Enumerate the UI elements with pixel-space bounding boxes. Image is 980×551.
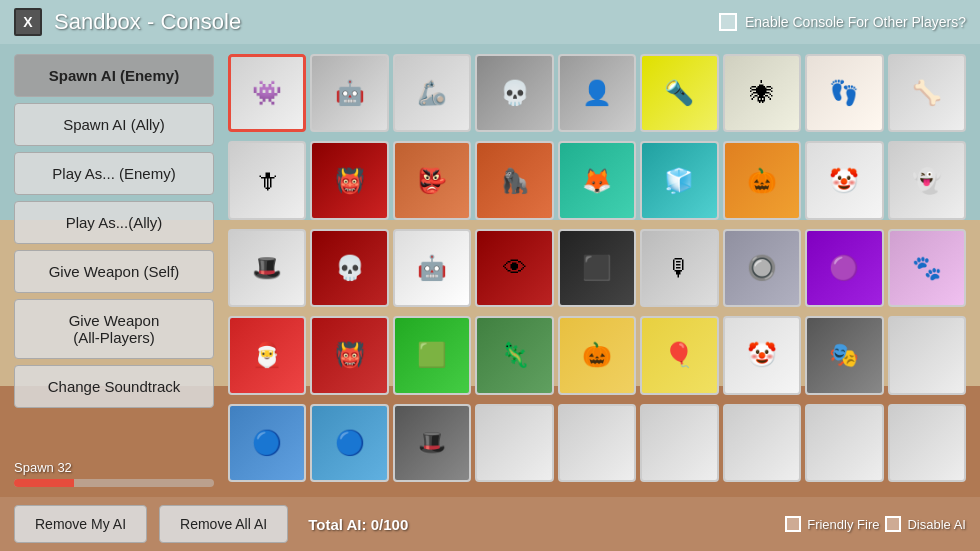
grid-cell[interactable]: 🎙	[640, 229, 718, 307]
progress-bar	[14, 479, 214, 487]
spawn-label: Spawn 32	[14, 460, 214, 475]
enable-console-checkbox[interactable]	[719, 13, 737, 31]
grid-cell[interactable]: 🔵	[310, 404, 388, 482]
sidebar-btn-play-ally[interactable]: Play As...(Ally)	[14, 201, 214, 244]
grid-cell[interactable]: 🔘	[723, 229, 801, 307]
sidebar-btn-play-enemy[interactable]: Play As... (Enemy)	[14, 152, 214, 195]
grid-cell[interactable]	[888, 404, 966, 482]
enable-console-label: Enable Console For Other Players?	[745, 14, 966, 30]
grid-cell[interactable]: 🟣	[805, 229, 883, 307]
grid-cell[interactable]	[888, 316, 966, 394]
window-title: Sandbox - Console	[54, 9, 241, 35]
grid-cell[interactable]: 🔵	[228, 404, 306, 482]
disable-ai-label: Disable AI	[907, 517, 966, 532]
sidebar: Spawn AI (Enemy) Spawn AI (Ally) Play As…	[14, 54, 214, 487]
total-ai-display: Total AI: 0/100	[308, 516, 408, 533]
grid-cell[interactable]: 💀	[310, 229, 388, 307]
sidebar-bottom: Spawn 32	[14, 460, 214, 487]
grid-cell[interactable]: ⬛	[558, 229, 636, 307]
grid-cell[interactable]: 🤖	[310, 54, 388, 132]
grid-cell[interactable]: 🤡	[723, 316, 801, 394]
grid-cell[interactable]: 🎩	[228, 229, 306, 307]
console-panel: X Sandbox - Console Enable Console For O…	[0, 0, 980, 551]
sidebar-btn-spawn-enemy[interactable]: Spawn AI (Enemy)	[14, 54, 214, 97]
friendly-fire-checkbox[interactable]	[785, 516, 801, 532]
sidebar-btn-spawn-ally[interactable]: Spawn AI (Ally)	[14, 103, 214, 146]
grid-cell[interactable]: 👹	[310, 316, 388, 394]
grid-cell[interactable]: 🎩	[393, 404, 471, 482]
grid-area: 👾🤖🦾💀👤🔦🕷👣🦴🗡👹👺🦍🦊🧊🎃🤡👻🎩💀🤖👁⬛🎙🔘🟣🐾🎅👹🟩🦎🎃🎈🤡🎭🔵🔵🎩	[228, 54, 966, 487]
grid-cell[interactable]: 🟩	[393, 316, 471, 394]
bottom-bar: Remove My AI Remove All AI Total AI: 0/1…	[0, 497, 980, 551]
grid-cell[interactable]: 🐾	[888, 229, 966, 307]
sidebar-btn-soundtrack[interactable]: Change Soundtrack	[14, 365, 214, 408]
remove-all-ai-button[interactable]: Remove All AI	[159, 505, 288, 543]
grid-cell[interactable]	[723, 404, 801, 482]
grid-cell[interactable]: 🎈	[640, 316, 718, 394]
disable-ai-checkbox[interactable]	[885, 516, 901, 532]
grid-cell[interactable]: 👁	[475, 229, 553, 307]
close-button[interactable]: X	[14, 8, 42, 36]
grid-cell[interactable]: 🔦	[640, 54, 718, 132]
friendly-fire-option: Friendly Fire Disable AI	[785, 516, 966, 532]
grid-cell[interactable]: 🦊	[558, 141, 636, 219]
grid-cell[interactable]: 🎭	[805, 316, 883, 394]
sidebar-btn-give-all[interactable]: Give Weapon(All-Players)	[14, 299, 214, 359]
grid-cell[interactable]	[640, 404, 718, 482]
grid-cell[interactable]	[805, 404, 883, 482]
grid-cell[interactable]: 🧊	[640, 141, 718, 219]
grid-cell[interactable]: 🎃	[723, 141, 801, 219]
grid-cell[interactable]: 🦴	[888, 54, 966, 132]
grid-cell[interactable]: 👹	[310, 141, 388, 219]
grid-cell[interactable]: 🦍	[475, 141, 553, 219]
remove-my-ai-button[interactable]: Remove My AI	[14, 505, 147, 543]
title-bar: X Sandbox - Console Enable Console For O…	[0, 0, 980, 44]
grid-cell[interactable]: 🎅	[228, 316, 306, 394]
grid-cell[interactable]: 🗡	[228, 141, 306, 219]
sidebar-btn-give-self[interactable]: Give Weapon (Self)	[14, 250, 214, 293]
grid-cell[interactable]: 👤	[558, 54, 636, 132]
main-content: Spawn AI (Enemy) Spawn AI (Ally) Play As…	[0, 44, 980, 497]
grid-cell[interactable]: 👾	[228, 54, 306, 132]
grid-cell[interactable]: 👺	[393, 141, 471, 219]
enable-console-option: Enable Console For Other Players?	[719, 13, 966, 31]
character-grid: 👾🤖🦾💀👤🔦🕷👣🦴🗡👹👺🦍🦊🧊🎃🤡👻🎩💀🤖👁⬛🎙🔘🟣🐾🎅👹🟩🦎🎃🎈🤡🎭🔵🔵🎩	[228, 54, 966, 487]
grid-cell[interactable]: 👻	[888, 141, 966, 219]
grid-cell[interactable]	[558, 404, 636, 482]
grid-cell[interactable]: 🤡	[805, 141, 883, 219]
grid-cell[interactable]: 🤖	[393, 229, 471, 307]
friendly-fire-label: Friendly Fire	[807, 517, 879, 532]
grid-cell[interactable]: 👣	[805, 54, 883, 132]
grid-cell[interactable]: 💀	[475, 54, 553, 132]
grid-cell[interactable]	[475, 404, 553, 482]
grid-cell[interactable]: 🦾	[393, 54, 471, 132]
grid-cell[interactable]: 🎃	[558, 316, 636, 394]
progress-bar-fill	[14, 479, 74, 487]
grid-cell[interactable]: 🦎	[475, 316, 553, 394]
grid-cell[interactable]: 🕷	[723, 54, 801, 132]
